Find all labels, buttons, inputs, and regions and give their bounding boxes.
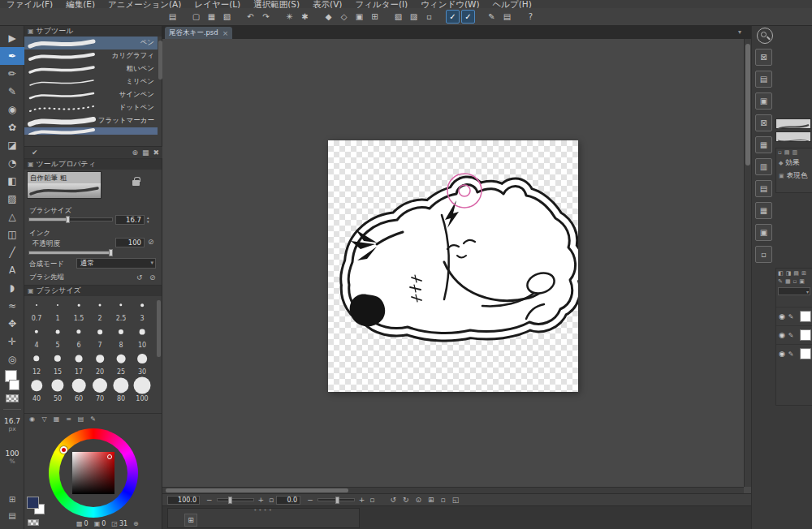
zoom-slider[interactable] <box>217 498 254 501</box>
slider-knob[interactable] <box>66 216 70 223</box>
menu-item-0[interactable]: ファイル(F) <box>0 0 59 8</box>
material-preview-1[interactable] <box>775 118 811 129</box>
color-set-tab-icon[interactable]: ▦ <box>50 415 63 424</box>
reset-view-icon[interactable]: ⊙ <box>416 496 422 504</box>
magnifier-icon[interactable] <box>757 28 773 44</box>
menu-item-7[interactable]: ウィンドウ(W) <box>414 0 486 8</box>
menu-item-5[interactable]: 表示(V) <box>306 0 348 8</box>
layer-clip-icon[interactable]: ▤ <box>793 270 799 277</box>
material-panel-icon-7[interactable]: ▦ <box>755 202 772 219</box>
operation-tool[interactable]: ▶ <box>0 29 24 47</box>
effect-tab-icon[interactable]: ▫ <box>778 149 782 156</box>
subtool-item-1[interactable]: カリグラフィ <box>24 49 158 62</box>
eye-icon[interactable]: ◉ <box>779 312 785 320</box>
snap-ruler-icon[interactable]: ✓ <box>446 10 460 24</box>
canvas-viewport[interactable] <box>162 39 744 487</box>
brush-size-7[interactable]: 7 <box>89 324 110 351</box>
rotate-left-icon[interactable]: − <box>307 496 313 504</box>
document-tab[interactable]: 尾谷木キー.psd × <box>165 27 232 39</box>
sub-color-chip[interactable] <box>9 380 19 390</box>
material-panel-icon-4[interactable]: ▦ <box>755 136 772 153</box>
material-panel-icon-1[interactable]: ▤ <box>755 71 772 88</box>
rotate-ccw-icon[interactable]: ↺ <box>390 496 396 504</box>
color-value-1[interactable]: ▣0 <box>94 520 106 527</box>
zoom-out-icon[interactable]: − <box>206 496 213 504</box>
subtool-item-2[interactable]: 粗いペン <box>24 62 158 75</box>
effect-list-icon[interactable]: ▤ <box>784 149 790 156</box>
brush-size-20[interactable]: 20 <box>89 351 110 377</box>
brush-size-4[interactable]: 4 <box>26 324 47 351</box>
fit-screen-icon[interactable]: ⊞ <box>428 496 434 504</box>
color-value-3[interactable]: ⊕ <box>133 520 140 527</box>
hand-tool[interactable]: ✥ <box>0 315 24 333</box>
color-value-2[interactable]: ◲31 <box>111 520 127 527</box>
subtool-panel-header[interactable]: ▣サブツール <box>24 26 162 37</box>
hue-cursor[interactable] <box>60 446 67 454</box>
brush-size-70[interactable]: 70 <box>89 377 110 404</box>
layer-lock-icon[interactable]: ⊞ <box>801 270 806 277</box>
expression-color-row[interactable]: ▣表現色 <box>776 170 812 183</box>
workspace-icon[interactable]: ⊞ <box>0 495 24 504</box>
brush-size-6[interactable]: 6 <box>68 324 89 351</box>
brush-size-stepper[interactable]: ▴▾ <box>147 216 149 224</box>
brush-size-15[interactable]: 15 <box>47 351 68 377</box>
line-correction-tool[interactable]: ≈ <box>0 297 24 315</box>
layer-blend-dropdown[interactable]: ▾ <box>778 287 810 295</box>
layer-folder-icon[interactable]: ▫ <box>793 278 797 285</box>
zoom-in-icon[interactable]: + <box>258 496 265 504</box>
help-icon[interactable]: ? <box>524 10 538 24</box>
eye-icon[interactable]: ◉ <box>779 350 785 358</box>
drag-handle[interactable]: •••• <box>253 507 274 514</box>
open-icon[interactable]: ▢ <box>189 10 203 24</box>
material-panel-icon[interactable]: ▤ <box>500 10 514 24</box>
zoom-tool[interactable]: ◎ <box>0 351 24 368</box>
export-icon[interactable]: ▧ <box>220 10 234 24</box>
scrollbar-thumb[interactable] <box>745 44 750 166</box>
redo-icon[interactable]: ↷ <box>259 10 273 24</box>
sv-square[interactable] <box>72 452 114 494</box>
layer-draft-icon[interactable]: ✎ <box>778 278 783 285</box>
rotate-canvas-icon[interactable]: ◆ <box>322 10 335 24</box>
layer-opacity-icon[interactable]: ◨ <box>786 270 792 277</box>
fit-window-icon[interactable]: ▫ <box>269 496 274 504</box>
text-tool[interactable]: A <box>0 261 24 279</box>
rotation-value-box[interactable]: 0.0 <box>276 496 300 505</box>
current-tool-card[interactable]: 自作鉛筆 粗 <box>27 171 102 199</box>
scrollbar-thumb[interactable] <box>166 488 348 492</box>
mesh-transform-icon[interactable]: ◇ <box>337 10 351 24</box>
airbrush-tool[interactable]: ◉ <box>0 101 24 118</box>
effect-grid-icon[interactable]: ▥ <box>792 149 797 156</box>
brush-size-slider[interactable] <box>28 217 113 221</box>
timeline-icon[interactable]: ⊞ <box>184 514 197 527</box>
color-slider-tab-icon[interactable]: ≡ <box>63 415 75 424</box>
lock-icon[interactable] <box>132 180 140 186</box>
brush-size-1[interactable]: 1 <box>47 297 68 324</box>
color-mixer-tab-icon[interactable]: ✎ <box>87 415 99 424</box>
menu-item-8[interactable]: ヘルプ(H) <box>486 0 538 8</box>
subtool-item-6[interactable]: フラットマーカー <box>24 114 158 127</box>
select-invert-icon[interactable]: ▨ <box>407 10 421 24</box>
color-wheel[interactable] <box>49 428 138 518</box>
material-panel-icon-5[interactable]: ▥ <box>755 158 772 175</box>
palette-dock-icon[interactable]: ▤ <box>0 511 24 520</box>
reset-rotation-icon[interactable]: ▫ <box>369 496 374 504</box>
brush-size-60[interactable]: 60 <box>68 377 89 404</box>
brush-size-80[interactable]: 80 <box>110 377 132 404</box>
sparkle-icon[interactable]: ✱ <box>298 10 312 24</box>
opacity-detail-icon[interactable]: ⊘ <box>148 238 154 246</box>
sv-cursor[interactable] <box>107 454 112 459</box>
brush-size-3[interactable]: 3 <box>132 297 153 324</box>
eraser-tool[interactable]: ◪ <box>0 136 24 154</box>
brush-size-input[interactable]: 16.7 <box>115 215 145 225</box>
flip-view-icon[interactable]: ◱ <box>452 496 460 504</box>
grid-icon[interactable]: ⊞ <box>368 10 382 24</box>
opacity-slider[interactable] <box>28 251 113 255</box>
slider-knob[interactable] <box>109 249 113 256</box>
deselect-icon[interactable]: ▫ <box>422 10 436 24</box>
blend-tool[interactable]: ◔ <box>0 154 24 172</box>
tool-property-header[interactable]: ▣ツールプロパティ <box>24 159 162 170</box>
brush-size-2.5[interactable]: 2.5 <box>110 297 132 324</box>
color-history-tab-icon[interactable]: ▤ <box>75 415 87 424</box>
subtool-item-3[interactable]: ミリペン <box>24 75 158 88</box>
menu-item-1[interactable]: 編集(E) <box>59 0 102 8</box>
